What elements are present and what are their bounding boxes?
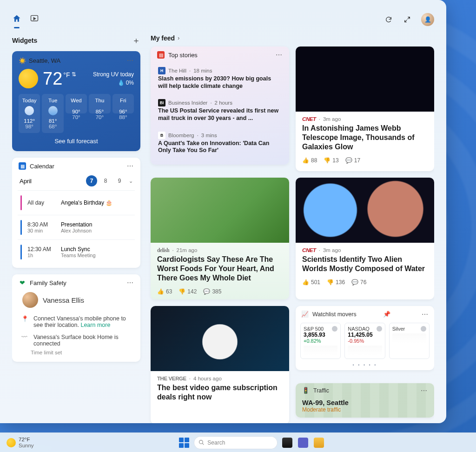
weather-more-button[interactable]: ⋯	[127, 57, 134, 64]
tab-home[interactable]	[12, 14, 21, 25]
expand-button[interactable]	[403, 15, 412, 24]
calendar-more-button[interactable]: ⋯	[127, 162, 134, 170]
weather-widget[interactable]: ☀️ Seattle, WA ⋯ 72 °F ⇅ Strong UV today…	[12, 51, 140, 151]
feed-headline: Cardiologists Say These Are The Worst Fo…	[157, 255, 283, 283]
watchlist-item[interactable]: NASDAQ 11,425.05 -0.95%	[344, 323, 385, 359]
check-icon	[421, 326, 426, 332]
top-stories-card[interactable]: ▤ Top stories ⋯ HThe Hill · 18 mins Slas…	[151, 47, 289, 165]
taskbar-teams-icon[interactable]	[298, 438, 308, 448]
check-icon	[377, 326, 382, 332]
dislike-button[interactable]: 👎 13	[324, 157, 338, 164]
feed-image	[296, 178, 434, 243]
calendar-expand-icon[interactable]: ⌄	[129, 178, 133, 184]
feed-headline: The best video game subscription deals r…	[157, 383, 283, 402]
watchlist-item[interactable]: Silver	[389, 323, 430, 359]
taskbar-explorer-icon[interactable]	[314, 438, 324, 448]
feed-headline: In Astonishing James Webb Telescope Imag…	[302, 124, 428, 152]
like-button[interactable]: 👍 501	[302, 279, 320, 286]
event-time: 12:30 AM	[27, 246, 55, 253]
traffic-widget[interactable]: 🚦 Traffic ⋯ WA-99, Seattle Moderate traf…	[296, 383, 434, 418]
weather-full-forecast-link[interactable]: See full forecast	[19, 133, 134, 146]
source-badge-icon: H	[158, 67, 165, 74]
family-heart-icon: ❤	[19, 279, 26, 286]
top-story-item[interactable]: HThe Hill · 18 mins Slash emissions by 2…	[158, 62, 282, 94]
weather-forecast-row: Today 112° 98°Tue 81° 68°Wed 90° 70°Thu …	[19, 94, 134, 133]
story-age: 2 hours	[215, 100, 232, 106]
add-widget-button[interactable]: ＋	[132, 35, 140, 46]
forecast-day[interactable]: Thu 85° 70°	[89, 94, 110, 113]
calendar-day[interactable]: 9	[114, 175, 125, 186]
feed-card-planets[interactable]: CNET · 3m ago Scientists Identify Two Al…	[296, 178, 434, 299]
taskbar-search[interactable]: Search	[194, 436, 278, 449]
feed-card-verge[interactable]: THE VERGE · 4 hours ago The best video g…	[151, 306, 289, 423]
feed-card-webb[interactable]: CNET · 3m ago In Astonishing James Webb …	[296, 47, 434, 171]
ticker-change: +0.82%	[304, 338, 321, 344]
watchlist-widget[interactable]: 📈 Watchlist movers 📌 ⋯ S&P 500 3,855.93 …	[296, 306, 434, 370]
feed-card-delish[interactable]: delish · 21m ago Cardiologists Say These…	[151, 178, 289, 299]
traffic-title: Traffic	[313, 387, 329, 394]
pin-button[interactable]: 📌	[383, 311, 390, 318]
play-box-icon	[30, 14, 39, 23]
source-logo-cnet: CNET	[302, 247, 316, 253]
my-feed-title[interactable]: My feed	[151, 34, 175, 42]
event-color-bar	[20, 245, 22, 259]
weather-temp: 72	[43, 70, 62, 87]
feed-image	[296, 47, 434, 112]
like-button[interactable]: 👍 63	[157, 288, 172, 295]
home-icon	[12, 14, 21, 23]
feed-image	[151, 178, 289, 243]
comments-button[interactable]: 💬 76	[351, 279, 366, 286]
weather-unit: °F	[63, 72, 70, 78]
traffic-more-button[interactable]: ⋯	[421, 387, 428, 394]
svg-point-1	[199, 440, 203, 444]
tab-feed[interactable]	[30, 14, 39, 25]
event-title: Angela's Birthday 🎂	[61, 199, 112, 206]
family-title: Family Safety	[30, 279, 66, 286]
calendar-event[interactable]: All day Angela's Birthday 🎂	[18, 190, 135, 215]
calendar-day[interactable]: 8	[100, 175, 111, 186]
top-story-item[interactable]: BIBusiness Insider · 2 hours The US Post…	[158, 94, 282, 126]
top-stories-more-button[interactable]: ⋯	[276, 51, 283, 59]
watchlist-more-button[interactable]: ⋯	[422, 311, 429, 318]
sparkline	[392, 333, 426, 344]
expand-icon	[403, 16, 411, 23]
calendar-event[interactable]: 8:30 AM30 min PresentationAlex Johnson	[18, 215, 135, 239]
dislike-button[interactable]: 👎 142	[178, 288, 197, 295]
sparkline	[304, 346, 337, 356]
weather-location: Seattle, WA	[29, 57, 60, 64]
taskbar-weather[interactable]: 72°F Sunny	[7, 437, 34, 448]
event-duration: 1h	[27, 253, 55, 258]
taskbar-taskview-icon[interactable]	[282, 438, 292, 448]
event-time: 8:30 AM	[27, 221, 55, 228]
forecast-day-label: Wed	[71, 98, 81, 103]
refresh-button[interactable]	[384, 15, 393, 24]
calendar-day[interactable]: 7	[86, 175, 97, 186]
forecast-day[interactable]: Today 112° 98°	[19, 94, 40, 133]
source-logo-delish: delish	[157, 247, 169, 253]
calendar-event[interactable]: 12:30 AM1h Lunch SyncTeams Meeting	[18, 239, 135, 264]
dislike-button[interactable]: 👎 136	[327, 279, 345, 286]
forecast-low: 68°	[49, 124, 57, 129]
comments-button[interactable]: 💬 385	[203, 288, 221, 295]
top-story-item[interactable]: BBloomberg · 3 mins A Quant's Take on In…	[158, 127, 282, 159]
like-button[interactable]: 👍 88	[302, 157, 317, 164]
family-location-text: Connect Vanessa's mobile phone to see th…	[33, 315, 126, 328]
droplet-icon: 💧	[118, 80, 125, 86]
source-badge-icon: BI	[158, 99, 165, 106]
forecast-day[interactable]: Wed 90° 70°	[66, 94, 87, 113]
family-member-avatar	[22, 292, 38, 308]
calendar-days: 789	[86, 175, 125, 186]
forecast-day[interactable]: Fri 96° 88°	[112, 94, 134, 113]
family-safety-widget[interactable]: ❤ Family Safety ⋯ Vanessa Ellis 📍 Connec…	[12, 274, 140, 362]
family-learn-more-link[interactable]: Learn more	[80, 322, 110, 328]
forecast-day[interactable]: Tue 81° 68°	[42, 94, 63, 133]
user-avatar[interactable]: 👤	[421, 13, 434, 26]
comments-button[interactable]: 💬 17	[345, 157, 360, 164]
forecast-high: 85°	[96, 109, 104, 114]
calendar-widget[interactable]: ▦ Calendar ⋯ April 789 ⌄ All day Angela'…	[12, 158, 140, 268]
story-source: Bloomberg	[168, 133, 194, 138]
watchlist-pagination-dots[interactable]: • • • • •	[296, 363, 434, 370]
watchlist-item[interactable]: S&P 500 3,855.93 +0.82%	[300, 323, 341, 359]
family-more-button[interactable]: ⋯	[127, 279, 134, 286]
start-button[interactable]	[179, 438, 189, 448]
